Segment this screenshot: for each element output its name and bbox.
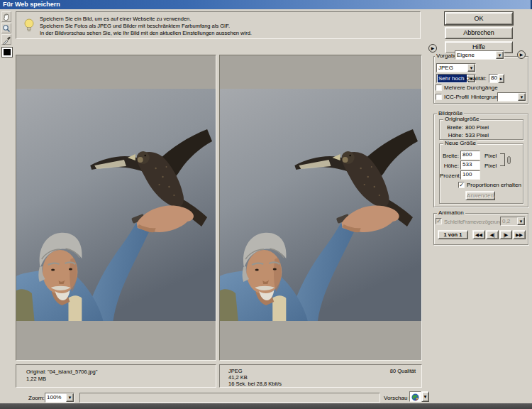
previous-frame-button[interactable]: ◀| [486,230,499,239]
quality-slider-arrow-button[interactable]: ▸ [498,74,504,83]
chevron-down-icon[interactable]: ▼ [518,93,526,101]
status-message-bar [79,393,380,403]
tip-line-3: In der Bildvorschau sehen Sie, wie Ihr B… [40,30,252,37]
format-select[interactable]: JPEG ▼ [436,63,476,72]
swatch-color [3,48,11,56]
constrain-label: Proportionen erhalten [467,182,521,189]
percent-label: Prozent: [440,173,459,180]
original-size-title: Originalgröße [443,116,480,122]
original-filename: Original: "04_island_5706.jpg" [26,369,97,375]
optimized-download-time: 16 Sek. bei 28,8 Kbit/s [228,381,282,387]
progressive-checkbox[interactable] [436,84,442,91]
settings-panel-arrow-button[interactable]: ▶ [428,44,437,53]
new-height-label: Höhe: [440,163,459,170]
window-title: Für Web speichern [3,1,60,8]
optimized-preview-image[interactable] [220,89,421,321]
frame-delay-select[interactable]: 0,2 ▼ [500,217,526,226]
icc-profile-checkbox[interactable] [436,94,442,100]
eyedropper-tool-button[interactable] [1,34,11,45]
animation-title: Animation [437,209,465,216]
chevron-down-icon[interactable]: ▼ [66,393,74,402]
quality-preset-value: Sehr hoch [438,75,467,82]
tip-box: Speichern Sie ein Bild, um es auf einer … [16,11,421,39]
check-icon: ✓ [436,218,441,224]
panel-arrow-icon: ▶ [431,46,435,50]
chevron-down-icon: ▼ [423,394,427,399]
chevron-down-icon[interactable]: ▼ [517,217,525,225]
new-width-label: Breite: [440,153,459,160]
globe-browser-icon [411,393,419,401]
tip-text: Speichern Sie ein Bild, um es auf einer … [40,16,252,37]
progressive-label: Mehrere Durchgänge [444,84,498,92]
zoom-value: 100% [47,393,65,402]
frame-delay-value: 0,2 [502,217,516,225]
chevron-down-icon[interactable]: ▼ [467,64,475,72]
original-width-label: Breite: [445,124,463,131]
original-preview-image[interactable] [16,89,216,321]
preset-menu-arrow-button[interactable]: ▶ [517,50,526,59]
constrain-checkbox[interactable]: ✓ [458,182,465,188]
frame-counter-button[interactable]: 1 von 1 [438,230,468,239]
original-height-value: 533 Pixel [465,132,489,139]
original-status-box: Original: "04_island_5706.jpg" 1,22 MB [16,364,216,388]
zoom-label: Zoom: [28,395,45,402]
optimized-filesize: 41,2 KB [228,374,248,381]
matte-value [499,93,517,101]
new-height-unit: Pixel [484,163,497,170]
zoom-tool-button[interactable] [1,23,11,33]
loop-label: Schleife [444,219,463,226]
preset-value: Eigene [457,51,495,59]
first-frame-button[interactable]: ◀◀ [472,230,485,239]
hand-icon [2,13,11,22]
preview-pane-optimized[interactable] [219,55,422,361]
quality-value-field[interactable]: 80 [489,74,498,83]
window-bottom-edge [0,403,532,409]
last-frame-button[interactable]: ▶▶ [513,230,526,239]
original-width-value: 800 Pixel [465,124,489,131]
matte-color-swatch[interactable] [1,47,13,58]
ok-button[interactable]: OK [445,12,513,25]
new-width-field[interactable]: 800 [460,151,480,160]
next-frame-button[interactable]: |▶ [499,230,512,239]
magnifier-icon [2,24,11,33]
panel-arrow-icon: ▶ [520,53,523,57]
save-for-web-dialog: Für Web speichern Speichern Sie ein Bild… [0,0,532,409]
apply-button[interactable]: Anwenden [465,191,495,200]
preset-select[interactable]: Eigene ▼ [455,50,504,60]
new-height-field[interactable]: 533 [460,160,480,170]
preview-pane-original[interactable] [16,55,216,361]
loop-checkbox[interactable]: ✓ [436,218,442,224]
new-width-unit: Pixel [484,153,497,160]
quality-label: Qualität: [465,75,487,82]
tip-line-1: Speichern Sie ein Bild, um es auf einer … [40,16,252,23]
matte-select[interactable]: ▼ [497,92,526,102]
slider-arrow-icon: ▸ [500,76,503,81]
eyedropper-icon [2,36,11,45]
icc-profile-label: ICC-Profil [444,94,469,101]
check-icon: ✓ [459,182,464,188]
optimized-format: JPEG [228,368,243,374]
browser-preview-dropdown-arrow[interactable]: ▼ [421,391,429,402]
original-filesize: 1,22 MB [26,376,46,382]
format-value: JPEG [438,64,467,72]
optimized-quality: 80 Qualität [390,368,416,374]
constrain-bracket [500,153,505,166]
new-size-title: Neue Größe [443,140,477,146]
frame-delay-label: Frameverzögerung: [462,219,504,226]
browser-preview-button[interactable] [409,391,421,402]
original-height-label: Höhe: [445,132,463,139]
zoom-select[interactable]: 100% ▼ [45,393,74,403]
cancel-button[interactable]: Abbrechen [445,27,513,39]
tip-line-2: Speichern Sie Fotos als JPEG und Bilder … [40,23,252,30]
chain-link-icon [507,156,511,164]
chevron-down-icon[interactable]: ▼ [496,51,504,59]
optimized-status-box: JPEG 41,2 KB 16 Sek. bei 28,8 Kbit/s 80 … [219,364,422,388]
hand-tool-button[interactable] [1,11,11,22]
lightbulb-icon [23,18,35,33]
titlebar[interactable]: Für Web speichern [0,0,532,9]
percent-field[interactable]: 100 [460,170,480,180]
